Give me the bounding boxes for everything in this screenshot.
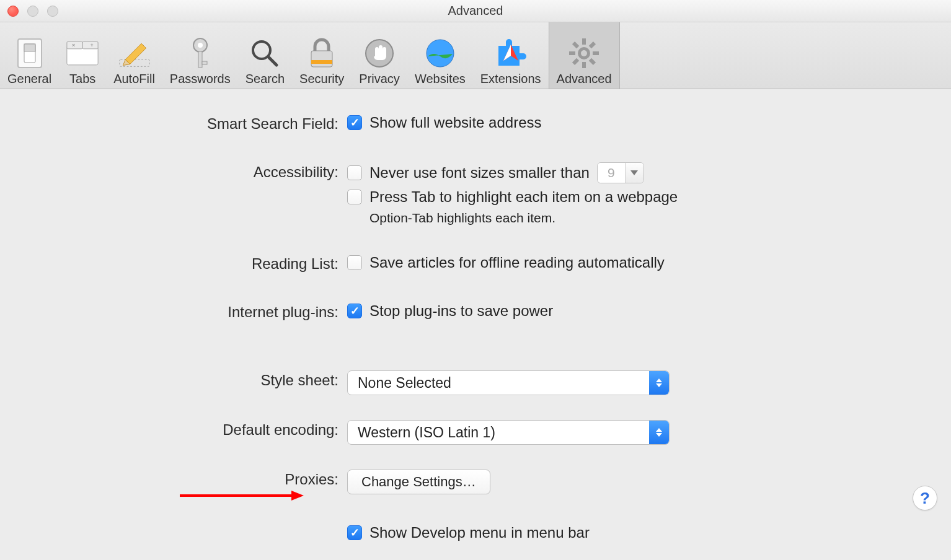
change-settings-button[interactable]: Change Settings… — [347, 470, 490, 494]
svg-rect-33 — [589, 58, 596, 65]
lock-icon — [306, 37, 338, 69]
save-offline-checkbox[interactable] — [347, 255, 362, 270]
minimize-button[interactable] — [27, 6, 38, 17]
change-settings-label: Change Settings… — [361, 474, 476, 490]
svg-rect-3 — [67, 46, 98, 65]
toolbar-label: Passwords — [170, 72, 231, 86]
toolbar-tab-advanced[interactable]: Advanced — [549, 22, 620, 89]
plugins-label: Internet plug-ins: — [37, 302, 347, 321]
reading-list-label: Reading List: — [37, 254, 347, 273]
svg-point-34 — [581, 50, 587, 56]
pencil-form-icon — [118, 37, 151, 69]
default-encoding-value: Western (ISO Latin 1) — [358, 424, 495, 441]
proxies-label: Proxies: — [37, 470, 347, 488]
accessibility-hint: Option-Tab highlights each item. — [369, 211, 678, 225]
toolbar-label: Privacy — [359, 72, 400, 86]
toolbar-label: Search — [245, 72, 285, 86]
toolbar-tab-privacy[interactable]: Privacy — [352, 22, 407, 89]
show-full-address-checkbox[interactable] — [347, 115, 362, 130]
toolbar-label: Advanced — [557, 72, 612, 86]
develop-menu-checkbox[interactable] — [347, 525, 362, 540]
show-full-address-label: Show full website address — [369, 114, 541, 131]
globe-icon — [424, 37, 456, 69]
zoom-button[interactable] — [47, 6, 58, 17]
svg-rect-18 — [311, 60, 332, 64]
svg-point-12 — [198, 43, 203, 48]
svg-rect-28 — [569, 51, 575, 55]
toolbar-tab-general[interactable]: General — [0, 22, 59, 89]
key-icon — [184, 37, 216, 69]
svg-marker-35 — [630, 170, 638, 175]
save-offline-label: Save articles for offline reading automa… — [369, 254, 665, 271]
svg-rect-14 — [202, 61, 207, 64]
min-font-stepper[interactable]: 9 — [597, 162, 644, 183]
svg-rect-32 — [572, 42, 579, 48]
hand-circle-icon — [363, 37, 396, 69]
svg-rect-31 — [572, 58, 579, 65]
toolbar-label: AutoFill — [113, 72, 155, 86]
svg-rect-30 — [589, 42, 596, 48]
prefs-content: Smart Search Field: Show full website ad… — [0, 89, 951, 560]
close-button[interactable] — [7, 6, 19, 17]
svg-marker-9 — [125, 43, 146, 64]
toolbar-label: Websites — [415, 72, 466, 86]
help-button[interactable]: ? — [913, 486, 937, 510]
svg-rect-2 — [24, 44, 35, 51]
svg-text:+: + — [91, 42, 94, 48]
svg-rect-26 — [582, 38, 586, 45]
switch-icon — [14, 37, 46, 69]
stop-plugins-checkbox[interactable] — [347, 304, 362, 318]
tabs-icon: × + — [66, 37, 99, 69]
magnifier-icon — [249, 37, 281, 69]
svg-rect-27 — [582, 62, 586, 68]
svg-line-16 — [268, 57, 276, 65]
tab-highlight-label: Press Tab to highlight each item on a we… — [369, 188, 678, 206]
toolbar-label: General — [7, 72, 51, 86]
style-sheet-label: Style sheet: — [37, 370, 347, 389]
toolbar-tab-search[interactable]: Search — [238, 22, 292, 89]
toolbar-label: Tabs — [69, 72, 95, 86]
smart-search-label: Smart Search Field: — [37, 114, 347, 133]
select-caret-icon — [649, 371, 669, 395]
chevron-down-icon[interactable] — [625, 163, 644, 183]
toolbar-tab-websites[interactable]: Websites — [407, 22, 473, 89]
titlebar: Advanced — [0, 0, 951, 22]
compass-puzzle-icon — [495, 37, 527, 69]
develop-menu-label: Show Develop menu in menu bar — [369, 524, 590, 541]
toolbar-tab-security[interactable]: Security — [292, 22, 352, 89]
window-title: Advanced — [0, 4, 951, 18]
min-font-value: 9 — [598, 163, 625, 183]
toolbar-tab-extensions[interactable]: Extensions — [473, 22, 549, 89]
default-encoding-label: Default encoding: — [37, 420, 347, 439]
select-caret-icon — [649, 421, 669, 444]
style-sheet-value: None Selected — [358, 375, 451, 392]
svg-rect-17 — [311, 51, 332, 67]
help-icon: ? — [920, 489, 930, 508]
svg-rect-13 — [198, 51, 202, 68]
min-font-label: Never use font sizes smaller than — [369, 164, 590, 182]
tab-highlight-checkbox[interactable] — [347, 190, 362, 204]
toolbar-tab-autofill[interactable]: AutoFill — [106, 22, 162, 89]
style-sheet-select[interactable]: None Selected — [347, 370, 670, 395]
svg-rect-29 — [593, 51, 599, 55]
toolbar-tab-passwords[interactable]: Passwords — [162, 22, 238, 89]
spacer — [37, 524, 347, 525]
toolbar-label: Security — [299, 72, 344, 86]
accessibility-label: Accessibility: — [37, 162, 347, 181]
toolbar-label: Extensions — [480, 72, 541, 86]
gear-icon — [568, 37, 600, 69]
prefs-toolbar: General × + Tabs AutoFill — [0, 22, 951, 89]
window-controls — [0, 6, 58, 17]
stop-plugins-label: Stop plug-ins to save power — [369, 302, 553, 320]
min-font-checkbox[interactable] — [347, 165, 362, 180]
toolbar-tab-tabs[interactable]: × + Tabs — [59, 22, 106, 89]
default-encoding-select[interactable]: Western (ISO Latin 1) — [347, 420, 670, 445]
svg-text:×: × — [72, 42, 75, 48]
